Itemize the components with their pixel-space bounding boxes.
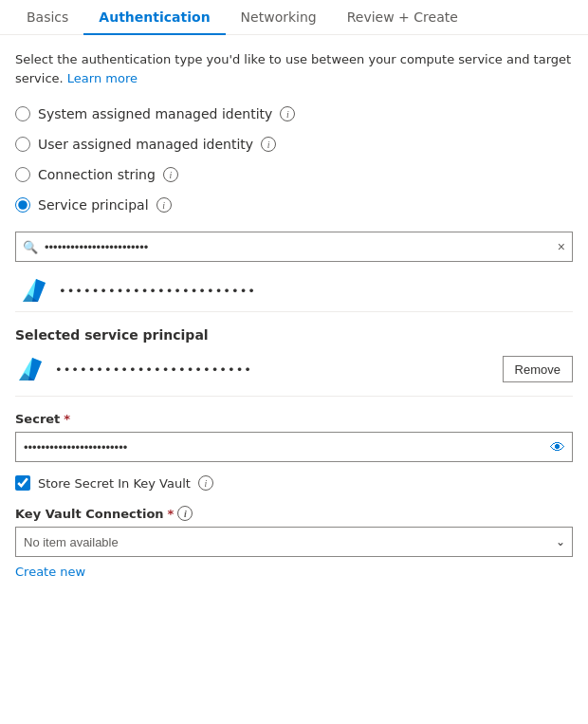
search-icon: 🔍 [23, 240, 38, 254]
tab-bar: Basics Authentication Networking Review … [0, 0, 588, 35]
sp-dropdown-item-name: •••••••••••••••••••••••• [59, 284, 256, 298]
azure-sp-icon [19, 275, 49, 306]
secret-field-group: Secret * 👁 [15, 412, 573, 462]
learn-more-link[interactable]: Learn more [67, 71, 138, 85]
secret-required-star: * [64, 412, 70, 426]
secret-input-container: 👁 [15, 432, 573, 462]
selected-item-info: •••••••••••••••••••••••• [15, 354, 493, 384]
info-icon-service-principal[interactable]: i [156, 197, 172, 213]
info-icon-system-managed[interactable]: i [280, 106, 295, 121]
description-text: Select the authentication type you'd lik… [15, 50, 573, 87]
search-input[interactable] [15, 232, 573, 262]
selected-item: •••••••••••••••••••••••• Remove [15, 354, 573, 397]
radio-service-principal-input[interactable] [15, 197, 30, 213]
key-vault-select[interactable]: No item available [15, 527, 573, 557]
secret-input[interactable] [15, 432, 573, 462]
radio-connection-string-input[interactable] [15, 167, 30, 182]
key-vault-field-group: Key Vault Connection * i No item availab… [15, 506, 573, 557]
store-secret-checkbox[interactable] [15, 475, 30, 491]
tab-review-create[interactable]: Review + Create [332, 0, 473, 34]
info-icon-key-vault[interactable]: i [177, 506, 193, 521]
tab-networking[interactable]: Networking [226, 0, 332, 34]
key-vault-required-star: * [168, 507, 175, 521]
info-icon-user-managed[interactable]: i [261, 137, 276, 152]
key-vault-select-container: No item available ⌄ [15, 527, 573, 557]
selected-section-title: Selected service principal [15, 327, 573, 343]
radio-service-principal[interactable]: Service principal i [15, 197, 573, 213]
info-icon-store-secret[interactable]: i [198, 475, 213, 491]
sp-dropdown-item[interactable]: •••••••••••••••••••••••• [15, 269, 573, 312]
radio-user-managed[interactable]: User assigned managed identity i [15, 137, 573, 152]
key-vault-label: Key Vault Connection * i [15, 506, 573, 521]
tab-basics[interactable]: Basics [11, 0, 83, 34]
auth-radio-group: System assigned managed identity i User … [15, 106, 573, 213]
main-content: Select the authentication type you'd lik… [0, 35, 588, 598]
secret-label: Secret * [15, 412, 573, 426]
create-new-link[interactable]: Create new [15, 565, 85, 579]
tab-authentication[interactable]: Authentication [83, 0, 225, 34]
reveal-secret-icon[interactable]: 👁 [550, 438, 565, 456]
search-container: 🔍 × [15, 232, 573, 262]
azure-sp-selected-icon [15, 354, 46, 384]
radio-system-managed-input[interactable] [15, 106, 30, 121]
selected-item-name: •••••••••••••••••••••••• [55, 362, 252, 377]
selected-section: Selected service principal •••••••••••••… [15, 327, 573, 397]
info-icon-connection-string[interactable]: i [163, 167, 178, 182]
radio-connection-string[interactable]: Connection string i [15, 167, 573, 182]
store-secret-checkbox-item[interactable]: Store Secret In Key Vault i [15, 475, 573, 491]
remove-button[interactable]: Remove [503, 356, 573, 382]
store-secret-label: Store Secret In Key Vault [38, 476, 191, 491]
radio-user-managed-input[interactable] [15, 137, 30, 152]
radio-system-managed[interactable]: System assigned managed identity i [15, 106, 573, 121]
search-clear-button[interactable]: × [558, 240, 565, 253]
